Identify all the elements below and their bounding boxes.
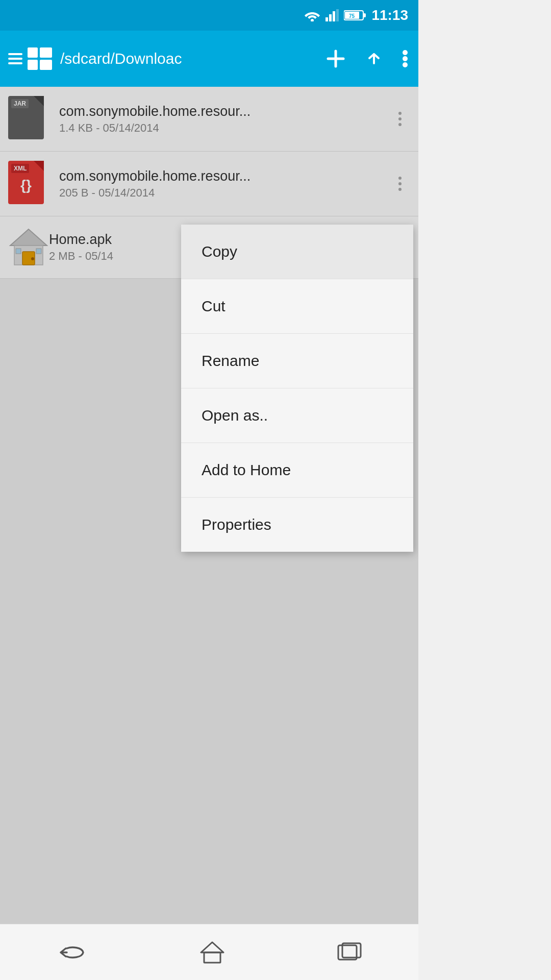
recents-button[interactable]	[332, 937, 367, 968]
status-bar: 75 11:13	[0, 0, 418, 31]
more-button[interactable]	[400, 47, 410, 70]
svg-marker-16	[10, 229, 47, 246]
home-button[interactable]	[195, 936, 230, 969]
svg-rect-23	[204, 952, 220, 963]
status-time: 11:13	[371, 7, 408, 23]
add-icon	[325, 48, 346, 69]
xml-label: XML	[11, 164, 29, 173]
context-menu-add-to-home[interactable]: Add to Home	[181, 443, 413, 498]
svg-rect-2	[329, 14, 332, 21]
toolbar-path: /sdcard/Downloac	[60, 50, 315, 67]
context-menu: Copy Cut Rename Open as.. Add to Home Pr…	[181, 225, 413, 552]
back-icon	[57, 942, 87, 963]
upload-icon	[364, 49, 384, 68]
svg-point-0	[311, 19, 314, 21]
svg-rect-21	[36, 249, 41, 254]
context-menu-cut[interactable]: Cut	[181, 279, 413, 334]
apk-file-icon	[8, 226, 49, 269]
svg-rect-12	[40, 60, 52, 70]
file-info: com.sonymobile.home.resour... 1.4 KB - 0…	[59, 104, 390, 135]
context-menu-properties[interactable]: Properties	[181, 498, 413, 552]
toolbar-actions	[323, 46, 410, 71]
svg-point-14	[403, 56, 408, 61]
file-meta: 205 B - 05/14/2014	[59, 186, 390, 200]
file-meta: 1.4 KB - 05/14/2014	[59, 121, 390, 135]
file-item[interactable]: JAR com.sonymobile.home.resour... 1.4 KB…	[0, 87, 418, 152]
svg-point-15	[403, 62, 408, 67]
jar-file-icon: JAR	[8, 96, 49, 142]
context-menu-copy[interactable]: Copy	[181, 225, 413, 279]
home-icon	[200, 941, 224, 964]
svg-marker-22	[201, 942, 223, 952]
upload-button[interactable]	[362, 47, 386, 70]
battery-icon: 75	[344, 9, 366, 21]
svg-rect-9	[28, 47, 38, 58]
svg-point-13	[403, 50, 408, 55]
house-icon	[9, 227, 48, 268]
signal-icon	[325, 9, 339, 21]
svg-point-19	[31, 257, 34, 260]
file-overflow-menu[interactable]	[390, 172, 410, 196]
folder-icon	[28, 47, 52, 70]
file-name: com.sonymobile.home.resour...	[59, 104, 390, 119]
file-overflow-menu[interactable]	[390, 107, 410, 131]
back-button[interactable]	[52, 937, 92, 968]
context-menu-open-as[interactable]: Open as..	[181, 388, 413, 443]
menu-icon[interactable]	[8, 47, 52, 70]
file-info: com.sonymobile.home.resour... 205 B - 05…	[59, 168, 390, 200]
file-name: com.sonymobile.home.resour...	[59, 168, 390, 184]
jar-label: JAR	[11, 99, 29, 108]
svg-rect-11	[28, 60, 38, 70]
svg-rect-20	[16, 249, 21, 254]
wifi-icon	[304, 9, 320, 21]
svg-rect-7	[363, 13, 366, 17]
add-button[interactable]	[323, 46, 348, 71]
nav-bar	[0, 924, 418, 980]
more-icon	[402, 50, 408, 68]
toolbar: /sdcard/Downloac	[0, 31, 418, 87]
xml-file-icon: XML {}	[8, 161, 49, 207]
svg-text:75: 75	[349, 13, 355, 19]
svg-rect-1	[325, 17, 328, 21]
svg-rect-3	[333, 11, 335, 21]
file-item[interactable]: XML {} com.sonymobile.home.resour... 205…	[0, 152, 418, 216]
svg-rect-4	[336, 9, 339, 21]
context-menu-rename[interactable]: Rename	[181, 334, 413, 388]
recents-icon	[337, 942, 362, 963]
status-icons: 75 11:13	[304, 7, 408, 23]
svg-rect-10	[40, 47, 52, 58]
